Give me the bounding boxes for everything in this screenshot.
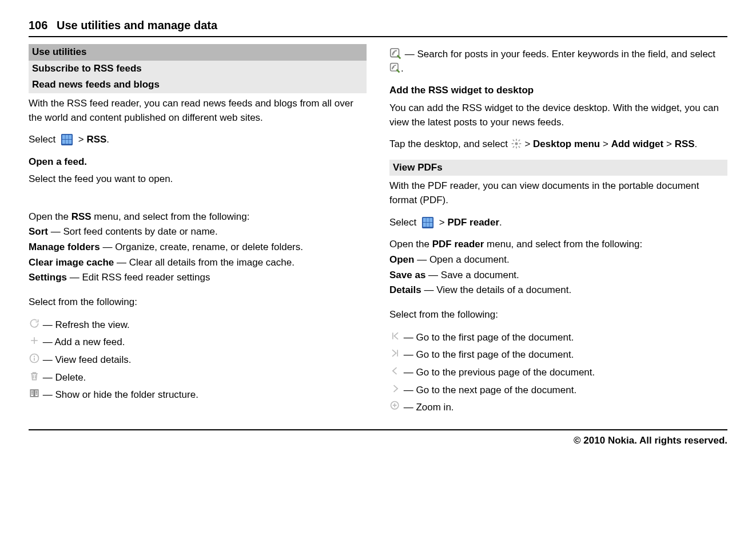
text: — Refresh the view. [40, 319, 130, 330]
text: — Show or hide the folder structure. [40, 389, 198, 400]
page-number: 106 [29, 19, 47, 31]
zoom-in-icon [389, 400, 401, 412]
text: — Go to the next page of the document. [401, 385, 576, 395]
prev-page-icon [389, 365, 401, 377]
rss-menu-intro: Open the RSS menu, and select from the f… [29, 210, 367, 224]
search-posts: — Search for posts in your feeds. Enter … [389, 48, 727, 76]
open-feed-heading: Open a feed. [29, 156, 87, 167]
info-icon [29, 353, 40, 364]
text: menu, and select from the following: [484, 239, 642, 250]
add-widget-heading: Add the RSS widget to desktop [389, 85, 534, 96]
row-prev-page: — Go to the previous page of the documen… [389, 365, 727, 381]
item-open: Open — Open a document. [389, 253, 727, 267]
text: — Save a document. [425, 270, 519, 280]
text: Open the [29, 211, 71, 222]
text: — Go to the first page of the document. [401, 332, 574, 343]
first-page-icon [389, 330, 401, 342]
select-from: Select from the following: [29, 295, 367, 310]
item-saveas: Save as — Save a document. [389, 268, 727, 283]
text: . [499, 217, 502, 228]
text: > [439, 217, 448, 228]
label: Add widget [611, 139, 664, 149]
label: Save as [389, 270, 425, 280]
section-read-news: Read news feeds and blogs [29, 77, 367, 93]
row-first-page: — Go to the first page of the document. [389, 330, 727, 346]
label: Open [389, 254, 414, 265]
apps-icon [419, 216, 436, 229]
rss-intro: With the RSS feed reader, you can read n… [29, 97, 367, 125]
item-details: Details — View the details of a document… [389, 283, 727, 298]
text: > [524, 139, 533, 149]
label: Details [389, 284, 421, 295]
text: Select [29, 134, 58, 145]
item-sort: Sort — Sort feed contents by date or nam… [29, 225, 367, 239]
item-manage-folders: Manage folders — Organize, create, renam… [29, 240, 367, 255]
text: menu, and select from the following: [91, 211, 250, 222]
label: Desktop menu [533, 139, 600, 149]
text: — Sort feed contents by date or name. [48, 226, 218, 237]
section-subscribe-rss: Subscribe to RSS feeds [29, 61, 367, 77]
item-settings: Settings — Edit RSS feed reader settings [29, 271, 367, 285]
refresh-icon [29, 318, 40, 329]
row-zoom-in: — Zoom in. [389, 400, 727, 416]
text: > [603, 139, 611, 149]
select-rss-line: Select > RSS. [29, 133, 367, 147]
gear-icon [511, 138, 522, 149]
label: Settings [29, 272, 67, 283]
pdf-menu-intro: Open the PDF reader menu, and select fro… [389, 238, 727, 252]
text: — Search for posts in your feeds. Enter … [405, 49, 715, 60]
apps-icon [58, 133, 75, 146]
text: — Add a new feed. [40, 337, 125, 348]
text: — Open a document. [414, 254, 509, 265]
label: Clear image cache [29, 257, 114, 268]
row-delete: — Delete. [29, 370, 367, 386]
text: — Clear all details from the image cache… [114, 257, 295, 268]
label: Manage folders [29, 242, 100, 252]
view-pdfs-text: With the PDF reader, you can view docume… [389, 179, 727, 207]
left-column: Use utilities Subscribe to RSS feeds Rea… [29, 44, 367, 418]
text: . [695, 139, 698, 149]
text: Select [389, 217, 419, 228]
trash-icon [29, 370, 40, 382]
label: Sort [29, 226, 48, 237]
row-add-feed: — Add a new feed. [29, 335, 367, 351]
tap-desktop-line: Tap the desktop, and select > Desktop me… [389, 137, 727, 152]
text: — View feed details. [40, 354, 131, 365]
text: > [78, 134, 87, 145]
row-folder-toggle: — Show or hide the folder structure. [29, 387, 367, 403]
row-next-page: — Go to the next page of the document. [389, 383, 727, 399]
row-info: — View feed details. [29, 353, 367, 369]
text: — Organize, create, rename, or delete fo… [100, 242, 303, 252]
text: Tap the desktop, and select [389, 139, 511, 149]
text: Open the [389, 239, 432, 250]
footer-copyright: © 2010 Nokia. All rights reserved. [29, 429, 727, 448]
pdf-label: PDF reader [447, 217, 499, 228]
item-clear-cache: Clear image cache — Clear all details fr… [29, 256, 367, 270]
rss-search-icon [389, 48, 402, 60]
last-page-icon [389, 347, 401, 359]
header-title: Use utilities and manage data [57, 19, 217, 31]
select-from-pdf: Select from the following: [389, 308, 727, 322]
text: — Go to the first page of the document. [401, 350, 574, 361]
select-pdf-line: Select > PDF reader. [389, 216, 727, 230]
text: — Edit RSS feed reader settings [67, 272, 210, 283]
row-refresh: — Refresh the view. [29, 318, 367, 334]
text: — Zoom in. [401, 402, 454, 413]
text: RSS [71, 211, 91, 222]
text: — Go to the previous page of the documen… [401, 367, 595, 378]
row-last-page: — Go to the first page of the document. [389, 347, 727, 363]
rss-search-icon [389, 62, 401, 74]
text: . [106, 134, 109, 145]
text: PDF reader [432, 239, 484, 250]
right-column: — Search for posts in your feeds. Enter … [389, 44, 727, 418]
section-use-utilities: Use utilities [29, 44, 367, 61]
section-view-pdfs: View PDFs [389, 160, 727, 176]
folder-list-icon [29, 387, 40, 399]
add-widget-text: You can add the RSS widget to the device… [389, 101, 727, 129]
text: > [666, 139, 675, 149]
page-header: 106 Use utilities and manage data [29, 17, 727, 37]
next-page-icon [389, 383, 401, 394]
open-feed-text: Select the feed you want to open. [29, 172, 367, 187]
label: RSS [675, 139, 695, 149]
text: . [401, 63, 404, 74]
